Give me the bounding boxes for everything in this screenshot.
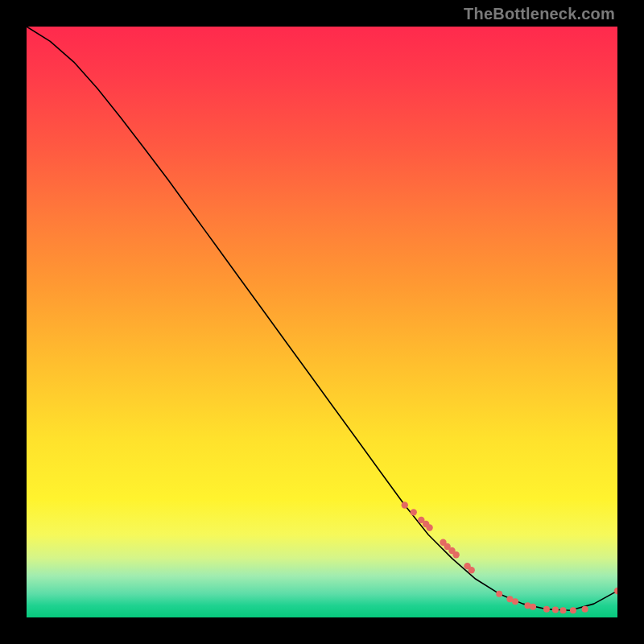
highlight-dot [402,502,408,508]
highlight-dot [512,598,518,605]
highlight-dots-group [402,502,617,613]
highlight-dot [524,602,530,609]
chart-frame: TheBottleneck.com [0,0,644,644]
highlight-dot [559,607,566,613]
highlight-dot [552,606,559,613]
highlight-dot [614,588,617,594]
highlight-dot [582,606,588,613]
watermark-text: TheBottleneck.com [464,5,615,23]
curve-layer [27,27,617,617]
highlight-dot [543,606,550,613]
highlight-dot [496,591,502,597]
highlight-dot [411,509,417,515]
highlight-dot [570,607,576,613]
highlight-dot [530,604,536,610]
highlight-dot [426,524,432,530]
plot-area [27,27,617,617]
highlight-dot [469,567,475,573]
bottleneck-curve [27,27,617,610]
highlight-dot [452,551,459,558]
